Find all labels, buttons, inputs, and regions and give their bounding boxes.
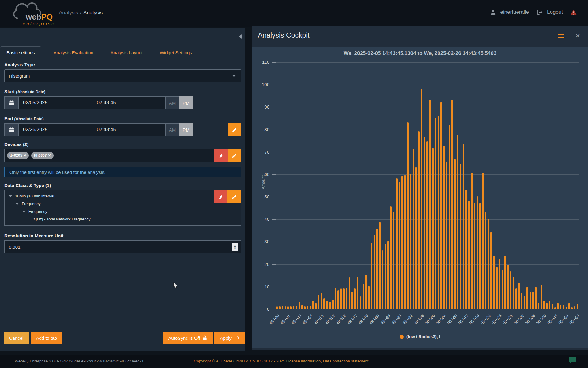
histogram-bar[interactable] — [276, 306, 278, 309]
histogram-bar[interactable] — [488, 219, 489, 309]
histogram-bar[interactable] — [301, 305, 303, 309]
tree-node[interactable]: 10Min (10 min interval) — [5, 192, 241, 200]
histogram-bar[interactable] — [349, 277, 350, 309]
collapse-panel-icon[interactable] — [239, 34, 242, 39]
histogram-bar[interactable] — [332, 300, 334, 309]
histogram-bar[interactable] — [368, 286, 370, 309]
histogram-bar[interactable] — [435, 118, 436, 309]
histogram-bar[interactable] — [446, 162, 447, 309]
histogram-bar[interactable] — [443, 146, 445, 309]
device-tag[interactable]: ttv0205✕ — [7, 152, 29, 159]
histogram-bar[interactable] — [426, 141, 428, 309]
histogram-bar[interactable] — [396, 178, 398, 309]
histogram-bar[interactable] — [337, 290, 339, 309]
start-am-button[interactable]: AM — [165, 96, 179, 109]
histogram-bar[interactable] — [382, 250, 383, 309]
chat-bubble-icon[interactable] — [568, 356, 576, 365]
end-pm-button[interactable]: PM — [179, 123, 193, 136]
resolution-input[interactable]: 0.001 ▲▼ — [4, 240, 241, 253]
caret-down-icon[interactable] — [16, 203, 19, 205]
histogram-bar[interactable] — [524, 296, 525, 309]
histogram-bar[interactable] — [407, 122, 409, 309]
histogram-bar[interactable] — [432, 148, 434, 309]
tab-analysis-evaluation[interactable]: Analysis Evaluation — [47, 47, 100, 59]
histogram-bar[interactable] — [387, 241, 389, 309]
histogram-bar[interactable] — [451, 100, 453, 309]
warning-icon[interactable] — [570, 9, 577, 15]
histogram-bar[interactable] — [502, 270, 503, 309]
histogram-bar[interactable] — [354, 288, 356, 309]
histogram-bar[interactable] — [457, 135, 458, 309]
histogram-bar[interactable] — [351, 292, 353, 309]
histogram-bar[interactable] — [335, 288, 336, 309]
analysis-type-select[interactable]: Histogram — [4, 69, 241, 82]
calendar-icon[interactable] — [4, 123, 18, 136]
tab-widget-settings[interactable]: Widget Settings — [154, 47, 198, 59]
start-time-input[interactable]: 02:43:45 — [92, 96, 165, 109]
histogram-bar[interactable] — [460, 164, 461, 309]
histogram-bar[interactable] — [546, 303, 548, 309]
chart-legend[interactable]: (low / Radius3), f — [252, 334, 588, 339]
histogram-bar[interactable] — [312, 301, 314, 309]
histogram-bar[interactable] — [504, 256, 506, 309]
tree-node[interactable]: f [Hz] - Total Network Frequency — [5, 215, 241, 223]
histogram-bar[interactable] — [493, 256, 495, 309]
histogram-bar[interactable] — [290, 306, 292, 309]
histogram-bar[interactable] — [449, 125, 450, 309]
histogram-bar[interactable] — [440, 102, 442, 309]
histogram-bar[interactable] — [343, 288, 345, 309]
plot-area[interactable]: 010203040506070809010011049.92049.94149.… — [276, 62, 579, 309]
histogram-bar[interactable] — [365, 275, 367, 309]
histogram-bar[interactable] — [496, 267, 498, 309]
histogram-bar[interactable] — [510, 271, 511, 309]
histogram-bar[interactable] — [326, 301, 328, 309]
privacy-link[interactable]: Data protection statement — [323, 359, 368, 363]
autosync-button[interactable]: AutoSync Is Off — [163, 332, 213, 344]
histogram-bar[interactable] — [360, 296, 361, 309]
menu-icon[interactable] — [558, 34, 564, 39]
start-date-input[interactable]: 02/05/2025 — [18, 96, 92, 109]
calendar-icon[interactable] — [4, 96, 18, 109]
histogram-bar[interactable] — [518, 283, 520, 309]
devices-field[interactable]: ttv0205✕tth0307✕ — [4, 149, 214, 162]
histogram-bar[interactable] — [577, 304, 578, 309]
histogram-bar[interactable] — [282, 306, 283, 309]
histogram-bar[interactable] — [415, 167, 417, 309]
histogram-bar[interactable] — [279, 306, 281, 309]
histogram-bar[interactable] — [574, 306, 575, 309]
end-date-input[interactable]: 02/26/2025 — [18, 123, 92, 136]
histogram-bar[interactable] — [401, 176, 403, 309]
histogram-bar[interactable] — [296, 306, 297, 309]
histogram-bar[interactable] — [552, 304, 553, 309]
histogram-bar[interactable] — [560, 305, 561, 309]
tab-analysis-layout[interactable]: Analysis Layout — [104, 47, 149, 59]
cancel-button[interactable]: Cancel — [4, 332, 29, 344]
histogram-bar[interactable] — [421, 89, 422, 309]
histogram-bar[interactable] — [482, 173, 484, 309]
histogram-bar[interactable] — [418, 131, 420, 309]
histogram-bar[interactable] — [515, 288, 517, 309]
tree-node[interactable]: Frequency — [5, 208, 241, 215]
histogram-bar[interactable] — [466, 190, 467, 309]
close-icon[interactable]: ✕ — [575, 33, 580, 39]
histogram-bar[interactable] — [323, 298, 325, 309]
username[interactable]: einerfueralle — [500, 9, 529, 15]
histogram-bar[interactable] — [507, 265, 509, 309]
license-link[interactable]: License information — [286, 359, 321, 363]
histogram-bar[interactable] — [543, 301, 545, 309]
histogram-bar[interactable] — [410, 174, 411, 309]
histogram-bar[interactable] — [379, 222, 381, 309]
histogram-bar[interactable] — [393, 212, 394, 309]
histogram-bar[interactable] — [429, 100, 431, 309]
histogram-bar[interactable] — [287, 306, 289, 309]
histogram-bar[interactable] — [385, 244, 386, 309]
edit-devices-button[interactable] — [228, 149, 241, 162]
histogram-bar[interactable] — [376, 229, 378, 309]
number-spinner[interactable]: ▲▼ — [232, 243, 238, 251]
histogram-bar[interactable] — [526, 287, 528, 309]
histogram-bar[interactable] — [532, 292, 534, 309]
caret-down-icon[interactable] — [22, 211, 25, 213]
logout-icon[interactable] — [537, 10, 543, 15]
tab-basic-settings[interactable]: Basic settings — [0, 46, 41, 59]
clear-devices-button[interactable] — [214, 149, 228, 162]
